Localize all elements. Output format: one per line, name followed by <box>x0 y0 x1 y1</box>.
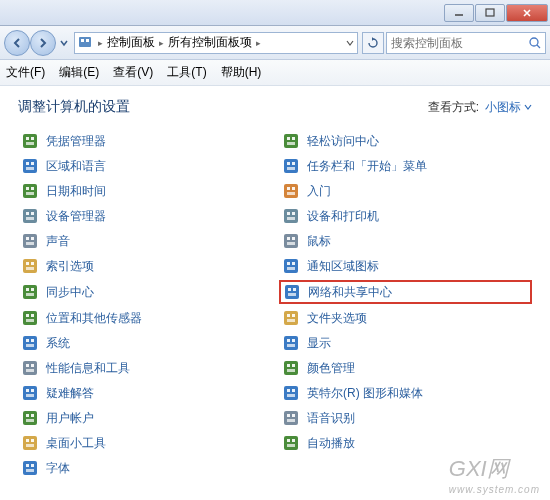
svg-rect-19 <box>292 162 295 165</box>
cp-item-icon <box>282 409 300 427</box>
svg-rect-35 <box>292 212 295 215</box>
svg-rect-37 <box>23 234 37 248</box>
svg-rect-9 <box>284 134 298 148</box>
cp-item-icon <box>21 434 39 452</box>
cp-item-intel-graphics[interactable]: 英特尔(R) 图形和媒体 <box>279 382 532 404</box>
search-icon <box>528 36 541 50</box>
svg-rect-40 <box>26 242 34 245</box>
cp-item-sound[interactable]: 声音 <box>18 230 271 252</box>
svg-rect-81 <box>284 361 298 375</box>
svg-rect-110 <box>26 464 29 467</box>
svg-rect-21 <box>23 184 37 198</box>
cp-item-system[interactable]: 系统 <box>18 332 271 354</box>
cp-item-icon <box>282 207 300 225</box>
cp-item-icon <box>21 384 39 402</box>
cp-item-label: 入门 <box>307 183 331 200</box>
cp-item-notification-icons[interactable]: 通知区域图标 <box>279 255 532 277</box>
cp-item-folder-options[interactable]: 文件夹选项 <box>279 307 532 329</box>
svg-rect-93 <box>23 411 37 425</box>
address-bar[interactable]: ▸ 控制面板 ▸ 所有控制面板项 ▸ <box>74 32 358 54</box>
refresh-button[interactable] <box>362 32 384 54</box>
cp-item-taskbar-start[interactable]: 任务栏和「开始」菜单 <box>279 155 532 177</box>
view-dropdown[interactable]: 小图标 <box>485 99 532 116</box>
maximize-button[interactable] <box>475 4 505 22</box>
back-button[interactable] <box>4 30 30 56</box>
svg-rect-85 <box>23 386 37 400</box>
cp-item-label: 自动播放 <box>307 435 355 452</box>
svg-rect-59 <box>293 288 296 291</box>
cp-item-label: 文件夹选项 <box>307 310 367 327</box>
menu-edit[interactable]: 编辑(E) <box>59 64 99 81</box>
cp-item-color-management[interactable]: 颜色管理 <box>279 357 532 379</box>
menu-help[interactable]: 帮助(H) <box>221 64 262 81</box>
breadcrumb-all-items[interactable]: 所有控制面板项 <box>165 34 255 51</box>
cp-item-location-sensors[interactable]: 位置和其他传感器 <box>18 307 271 329</box>
cp-item-troubleshooting[interactable]: 疑难解答 <box>18 382 271 404</box>
cp-item-fonts[interactable]: 字体 <box>18 457 271 479</box>
search-box[interactable] <box>386 32 546 54</box>
breadcrumb-control-panel[interactable]: 控制面板 <box>104 34 158 51</box>
cp-item-autoplay[interactable]: 自动播放 <box>279 432 532 454</box>
cp-item-icon <box>282 334 300 352</box>
breadcrumb-chevron-icon[interactable]: ▸ <box>97 38 104 48</box>
cp-item-region-language[interactable]: 区域和语言 <box>18 155 271 177</box>
svg-rect-52 <box>287 267 295 270</box>
cp-item-ease-of-access[interactable]: 轻松访问中心 <box>279 130 532 152</box>
control-panel-icon <box>77 35 93 51</box>
menu-view[interactable]: 查看(V) <box>113 64 153 81</box>
cp-item-label: 同步中心 <box>46 284 94 301</box>
search-input[interactable] <box>391 36 528 50</box>
svg-rect-47 <box>31 262 34 265</box>
svg-rect-10 <box>287 137 290 140</box>
svg-rect-104 <box>26 444 34 447</box>
cp-item-mouse[interactable]: 鼠标 <box>279 230 532 252</box>
cp-item-label: 轻松访问中心 <box>307 133 379 150</box>
minimize-button[interactable] <box>444 4 474 22</box>
cp-item-credential-manager[interactable]: 凭据管理器 <box>18 130 271 152</box>
cp-item-icon <box>282 157 300 175</box>
cp-item-label: 系统 <box>46 335 70 352</box>
cp-item-label: 区域和语言 <box>46 158 106 175</box>
cp-item-network-sharing[interactable]: 网络和共享中心 <box>279 280 532 304</box>
svg-rect-64 <box>26 319 34 322</box>
svg-rect-12 <box>287 142 295 145</box>
cp-item-device-manager[interactable]: 设备管理器 <box>18 205 271 227</box>
cp-item-speech-recognition[interactable]: 语音识别 <box>279 407 532 429</box>
breadcrumb-chevron-icon[interactable]: ▸ <box>255 38 262 48</box>
cp-item-devices-printers[interactable]: 设备和打印机 <box>279 205 532 227</box>
cp-item-display[interactable]: 显示 <box>279 332 532 354</box>
cp-item-indexing-options[interactable]: 索引选项 <box>18 255 271 277</box>
svg-rect-67 <box>292 314 295 317</box>
cp-item-label: 性能信息和工具 <box>46 360 130 377</box>
address-dropdown-icon[interactable] <box>345 38 355 48</box>
svg-rect-6 <box>26 137 29 140</box>
menu-file[interactable]: 文件(F) <box>6 64 45 81</box>
cp-item-sync-center[interactable]: 同步中心 <box>18 280 271 304</box>
svg-rect-86 <box>26 389 29 392</box>
svg-rect-42 <box>287 237 290 240</box>
menu-bar: 文件(F) 编辑(E) 查看(V) 工具(T) 帮助(H) <box>0 60 550 86</box>
svg-rect-29 <box>23 209 37 223</box>
cp-item-performance-tools[interactable]: 性能信息和工具 <box>18 357 271 379</box>
svg-rect-68 <box>287 319 295 322</box>
forward-button[interactable] <box>30 30 56 56</box>
view-selector: 查看方式: 小图标 <box>428 99 532 116</box>
cp-item-desktop-gadgets[interactable]: 桌面小工具 <box>18 432 271 454</box>
svg-rect-60 <box>288 293 296 296</box>
content-area: 调整计算机的设置 查看方式: 小图标 凭据管理器 轻松访问中心 区域和语言 任务… <box>0 86 550 491</box>
svg-rect-57 <box>285 285 299 299</box>
nav-history-dropdown[interactable] <box>58 30 70 56</box>
cp-item-date-time[interactable]: 日期和时间 <box>18 180 271 202</box>
svg-rect-33 <box>284 209 298 223</box>
svg-rect-18 <box>287 162 290 165</box>
svg-rect-15 <box>31 162 34 165</box>
menu-tools[interactable]: 工具(T) <box>167 64 206 81</box>
cp-item-user-accounts[interactable]: 用户帐户 <box>18 407 271 429</box>
cp-item-getting-started[interactable]: 入门 <box>279 180 532 202</box>
breadcrumb-chevron-icon[interactable]: ▸ <box>158 38 165 48</box>
close-button[interactable] <box>506 4 548 22</box>
cp-item-icon <box>282 434 300 452</box>
svg-rect-83 <box>292 364 295 367</box>
svg-rect-25 <box>284 184 298 198</box>
svg-rect-2 <box>81 39 84 42</box>
